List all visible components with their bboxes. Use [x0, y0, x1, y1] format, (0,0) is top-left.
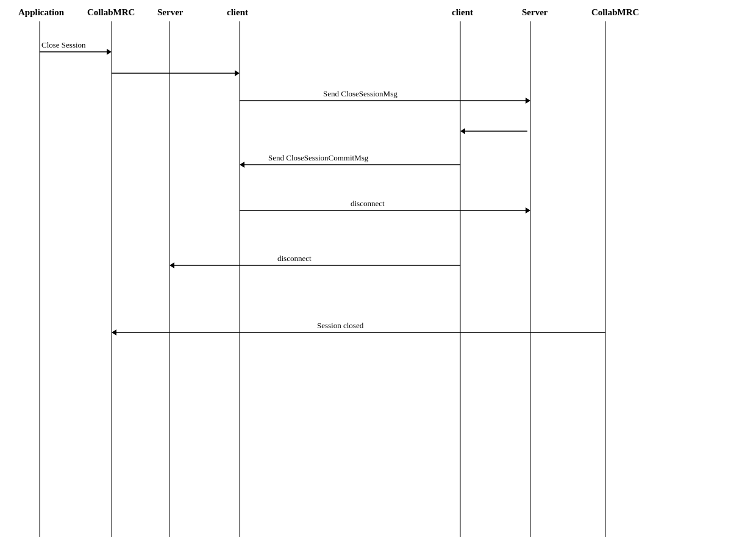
label-disconnect2: disconnect — [277, 254, 312, 263]
label-session-closed: Session closed — [317, 321, 364, 330]
arrowhead-4 — [460, 128, 465, 134]
label-collabmrc2: CollabMRC — [591, 7, 639, 17]
label-close-session: Close Session — [41, 40, 86, 49]
label-disconnect1: disconnect — [351, 199, 385, 208]
label-server1: Server — [157, 7, 184, 17]
arrowhead-send-close-session-msg — [526, 98, 530, 104]
label-server2: Server — [522, 7, 548, 17]
label-send-close-session-commit: Send CloseSessionCommitMsg — [268, 153, 369, 162]
label-client2: client — [452, 7, 473, 17]
arrowhead-disconnect1 — [526, 207, 530, 214]
arrowhead-session-closed — [112, 329, 116, 336]
label-client1: client — [227, 7, 248, 17]
sequence-diagram: Application CollabMRC Server client clie… — [0, 0, 756, 549]
arrowhead-close-session — [107, 49, 112, 55]
label-collabmrc1: CollabMRC — [87, 7, 135, 17]
arrowhead-send-close-session-commit — [240, 162, 244, 168]
label-send-close-session-msg: Send CloseSessionMsg — [323, 89, 398, 98]
arrowhead-disconnect2 — [169, 262, 174, 268]
arrowhead-2 — [235, 70, 240, 76]
label-application: Application — [18, 7, 65, 17]
